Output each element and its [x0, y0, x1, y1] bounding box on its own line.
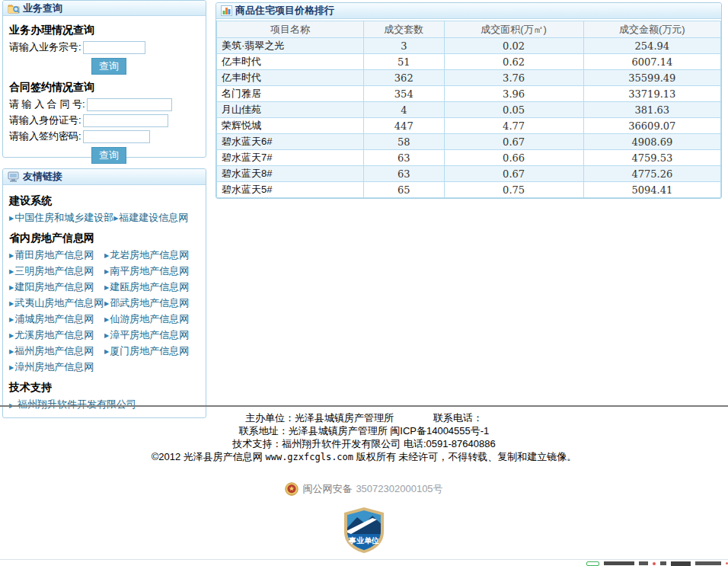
table-row: 美筑·翡翠之光30.02254.94 [217, 38, 721, 54]
business-no-label: 请输入业务宗号: [9, 40, 81, 54]
cutoff-green-badge [586, 561, 599, 566]
value-cell: 0.02 [444, 38, 583, 54]
friend-link[interactable]: 建阳房地产信息网 [9, 280, 104, 296]
value-cell: 0.67 [444, 134, 583, 150]
value-cell: 4908.69 [583, 134, 720, 150]
value-cell: 63 [364, 166, 445, 182]
footer-divider [0, 405, 728, 407]
friend-link[interactable]: 邵武房地产信息网 [104, 296, 200, 312]
value-cell: 4 [364, 102, 445, 118]
business-query-title: 业务查询 [23, 2, 62, 15]
contract-no-input[interactable] [87, 98, 172, 111]
business-query-button[interactable]: 查询 [91, 58, 126, 75]
friend-link[interactable]: 三明房地产信息网 [9, 264, 104, 280]
friend-links-panel: 友情链接 建设系统中国住房和城乡建设部福建建设信息网省内房地产信息网莆田房地产信… [2, 168, 206, 418]
business-no-input[interactable] [83, 41, 145, 54]
link-list: 福州翔升软件开发有限公司 [9, 397, 200, 411]
friend-link[interactable]: 漳州房地产信息网 [9, 360, 104, 376]
table-row: 亿丰时代510.626007.14 [217, 54, 721, 70]
copyright-suffix: 版权所有 未经许可，不得转载、复制和建立镜像。 [353, 451, 576, 462]
id-card-row: 请输入身份证号: [9, 114, 200, 127]
project-name-cell: 名门雅居 [217, 86, 364, 102]
value-cell: 36609.07 [583, 118, 720, 134]
friend-link[interactable]: 浦城房地产信息网 [9, 312, 104, 328]
cutoff-text-fragment [695, 561, 721, 565]
value-cell: 0.05 [444, 102, 583, 118]
friend-link[interactable]: 尤溪房地产信息网 [9, 328, 104, 344]
friend-link[interactable]: 福建建设信息网 [113, 210, 188, 226]
contract-no-label: 请 输 入 合 同 号: [9, 98, 85, 111]
value-cell: 51 [364, 54, 445, 70]
bar-chart-icon [221, 5, 232, 16]
sidebar: 业务查询 业务办理情况查询 请输入业务宗号: 查询 合同签约情况查询 请 输 入… [2, 0, 206, 418]
friend-link[interactable]: 仙游房地产信息网 [104, 312, 200, 328]
link-list: 莆田房地产信息网龙岩房地产信息网三明房地产信息网南平房地产信息网建阳房地产信息网… [9, 248, 200, 376]
footer-host-line: 主办单位：光泽县城镇房产管理所 联系电话： [0, 411, 728, 424]
value-cell: 4759.53 [583, 150, 720, 166]
project-name-cell: 荣辉悦城 [217, 118, 364, 134]
friend-link[interactable]: 漳平房地产信息网 [104, 328, 200, 344]
table-row: 荣辉悦城4474.7736609.07 [217, 118, 721, 134]
value-cell: 0.62 [444, 54, 583, 70]
friend-link[interactable]: 福州房地产信息网 [9, 344, 104, 360]
beian-number: 35072302000105号 [356, 482, 442, 496]
link-group-heading: 建设系统 [9, 194, 200, 208]
friend-link[interactable]: 龙岩房地产信息网 [104, 248, 200, 264]
contract-query-button[interactable]: 查询 [91, 147, 126, 164]
friend-link[interactable]: 中国住房和城乡建设部 [9, 210, 113, 226]
cutoff-taskbar-fragment [586, 561, 728, 566]
footer-copyright-line: ©2012 光泽县房产信息网 www.gzxfcgls.com 版权所有 未经许… [0, 450, 728, 464]
table-row: 碧水蓝天7#630.664759.53 [217, 150, 721, 166]
friend-link[interactable]: 南平房地产信息网 [104, 264, 200, 280]
table-row: 碧水蓝天6#580.674908.69 [217, 134, 721, 150]
table-row: 名门雅居3543.9633719.13 [217, 86, 721, 102]
sign-password-row: 请输入签约密码: [9, 130, 200, 143]
value-cell: 4.77 [444, 118, 583, 134]
value-cell: 35599.49 [583, 70, 720, 86]
beian-link[interactable]: 闽公网安备 35072302000105号 [285, 482, 442, 496]
contract-no-row: 请 输 入 合 同 号: [9, 98, 200, 111]
friend-link[interactable]: 福州翔升软件开发有限公司 [9, 397, 140, 411]
project-name-cell: 亿丰时代 [217, 54, 364, 70]
value-cell: 4775.26 [583, 166, 720, 182]
value-cell: 0.75 [444, 182, 583, 198]
shield-text: 事业单位 [348, 536, 379, 545]
id-card-label: 请输入身份证号: [9, 114, 81, 127]
id-card-input[interactable] [83, 114, 168, 127]
public-institution-shield-icon: 事业单位 [342, 507, 386, 554]
project-name-cell: 碧水蓝天6# [217, 134, 364, 150]
value-cell: 362 [364, 70, 445, 86]
column-header: 成交面积(万㎡) [444, 21, 583, 38]
table-row: 碧水蓝天8#630.674775.26 [217, 166, 721, 182]
price-ranking-title: 商品住宅项目价格排行 [235, 4, 334, 18]
cutoff-text-fragment [639, 561, 648, 565]
value-cell: 254.94 [583, 38, 720, 54]
copyright-prefix: ©2012 光泽县房产信息网 [152, 451, 266, 462]
friend-link[interactable]: 莆田房地产信息网 [9, 248, 104, 264]
cutoff-text-fragment [660, 561, 666, 565]
value-cell: 3 [364, 38, 445, 54]
table-row: 碧水蓝天5#650.755094.41 [217, 182, 721, 198]
project-name-cell: 亿丰时代 [217, 70, 364, 86]
beian-label: 闽公网安备 [302, 482, 352, 496]
table-row: 亿丰时代3623.7635599.49 [217, 70, 721, 86]
value-cell: 63 [364, 150, 445, 166]
project-name-cell: 碧水蓝天8# [217, 166, 364, 182]
value-cell: 65 [364, 182, 445, 198]
friend-link[interactable]: 建瓯房地产信息网 [104, 280, 200, 296]
folder-search-icon [8, 3, 20, 14]
value-cell: 58 [364, 134, 445, 150]
friend-link[interactable]: 厦门房地产信息网 [104, 344, 200, 360]
business-query-panel: 业务查询 业务办理情况查询 请输入业务宗号: 查询 合同签约情况查询 请 输 入… [2, 0, 206, 158]
national-emblem-icon [285, 482, 299, 496]
sign-password-input[interactable] [83, 130, 150, 143]
public-institution-badge[interactable]: 事业单位 [0, 507, 728, 556]
friend-link[interactable]: 武夷山房地产信息网 [9, 296, 104, 312]
value-cell: 354 [364, 86, 445, 102]
project-name-cell: 月山佳苑 [217, 102, 364, 118]
value-cell: 3.76 [444, 70, 583, 86]
contract-status-heading: 合同签约情况查询 [9, 81, 200, 94]
value-cell: 33719.13 [583, 86, 720, 102]
table-row: 月山佳苑40.05381.63 [217, 102, 721, 118]
value-cell: 3.96 [444, 86, 583, 102]
